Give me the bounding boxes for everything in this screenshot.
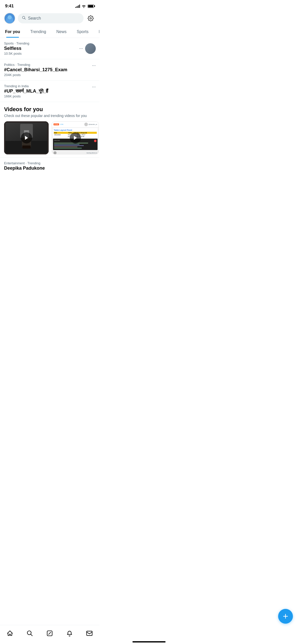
battery-icon (88, 5, 94, 8)
video-card-1[interactable] (4, 121, 49, 154)
tab-sports[interactable]: Sports (72, 26, 93, 38)
videos-section: Videos for you Check out these popular a… (0, 102, 99, 157)
signal-icon (75, 4, 80, 8)
play-button-1[interactable] (21, 132, 32, 143)
avatar[interactable] (4, 13, 15, 24)
nav-tabs: For you Trending News Sports Entertainme… (0, 26, 99, 38)
tab-news[interactable]: News (51, 26, 72, 38)
table-title: Table Layout Fixed (54, 129, 97, 131)
user-handle: @davidm_ai (89, 124, 97, 125)
bottom-trending-item[interactable]: Entertainment · Trending Deepika Padukon… (0, 157, 99, 174)
trending-posts: 166K posts (4, 94, 95, 98)
status-bar: 9:41 (0, 0, 99, 11)
search-icon (22, 16, 26, 21)
bottom-trending-meta: Entertainment · Trending (4, 161, 95, 165)
trending-meta: Politics · Trending (4, 63, 95, 67)
tab-css-label: CSS (60, 124, 63, 125)
trending-item[interactable]: Politics · Trending #Cancel_Biharsi_1275… (0, 59, 99, 81)
trending-item[interactable]: Trending in India #UP_सवर्ण_MLA_गूंगे_है… (0, 81, 99, 102)
tab-trending[interactable]: Trending (25, 26, 51, 38)
play-button-2[interactable] (70, 132, 81, 143)
trending-avatar (85, 43, 96, 54)
trending-item[interactable]: Sports · Trending Selfless 10.5K posts ·… (0, 38, 99, 59)
settings-button[interactable] (86, 14, 95, 23)
svg-line-1 (24, 18, 25, 19)
trending-title: #UP_सवर्ण_MLA_गूंगे_हैं (4, 89, 95, 94)
video-card-2[interactable]: HTML CSS @davidm_ai Table Layout Fixed (52, 121, 99, 154)
bottom-trending-title: Deepika Padukone (4, 166, 95, 171)
trending-meta: Trending in India (4, 84, 95, 88)
header: Search (0, 11, 99, 26)
search-placeholder: Search (28, 16, 41, 21)
video-cards: HTML CSS @davidm_ai Table Layout Fixed (4, 121, 95, 154)
tab-for-you[interactable]: For you (0, 26, 25, 38)
more-options-icon[interactable]: ··· (79, 46, 83, 51)
provider-label: learning.atheros.ai (87, 152, 97, 154)
more-options-icon[interactable]: ··· (92, 84, 96, 90)
more-options-icon[interactable]: ··· (92, 63, 96, 68)
tab-entertainment[interactable]: Entertainment (94, 26, 100, 38)
search-bar[interactable]: Search (18, 13, 84, 23)
videos-subtitle: Check out these popular and trending vid… (4, 114, 95, 118)
tab-html-label: HTML (53, 123, 59, 125)
videos-title: Videos for you (4, 106, 95, 113)
trending-posts: 204K posts (4, 73, 95, 77)
trending-title: #Cancel_Biharsi_1275_Exam (4, 67, 95, 72)
status-time: 9:41 (5, 4, 14, 9)
gear-icon (88, 15, 94, 21)
status-icons (75, 4, 94, 8)
wifi-icon (82, 4, 86, 8)
content: Sports · Trending Selfless 10.5K posts ·… (0, 38, 99, 200)
